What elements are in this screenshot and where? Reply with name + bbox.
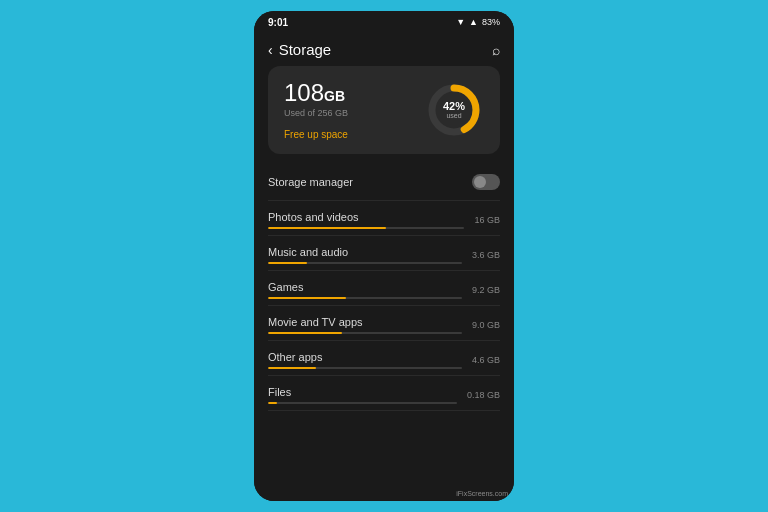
row-left: Games <box>268 281 462 299</box>
toggle-thumb <box>474 176 486 188</box>
donut-used-label: used <box>443 112 465 119</box>
row-bar <box>268 297 462 299</box>
row-bar <box>268 332 462 334</box>
back-button[interactable]: ‹ <box>268 42 273 58</box>
storage-number: 108 <box>284 79 324 106</box>
storage-manager-label: Storage manager <box>268 176 353 188</box>
storage-item-row[interactable]: Other apps 4.6 GB <box>268 341 500 376</box>
status-bar: 9:01 ▼ ▲ 83% <box>254 11 514 33</box>
row-label: Files <box>268 386 457 398</box>
storage-info: 108GB Used of 256 GB Free up space <box>284 81 348 140</box>
main-content: 108GB Used of 256 GB Free up space 42% u… <box>254 66 514 501</box>
row-bar <box>268 227 464 229</box>
storage-items-list: Photos and videos 16 GB Music and audio … <box>268 201 500 411</box>
signal-icon: ▼ <box>456 17 465 27</box>
row-left: Files <box>268 386 457 404</box>
row-label: Movie and TV apps <box>268 316 462 328</box>
page-title: Storage <box>279 41 332 58</box>
storage-amount: 108GB <box>284 81 348 105</box>
donut-label: 42% used <box>443 101 465 119</box>
row-left: Movie and TV apps <box>268 316 462 334</box>
storage-unit: GB <box>324 88 345 104</box>
storage-manager-toggle[interactable] <box>472 174 500 190</box>
row-size: 4.6 GB <box>472 355 500 365</box>
header-left: ‹ Storage <box>268 41 331 58</box>
storage-of-label: Used of 256 GB <box>284 108 348 118</box>
storage-item-row[interactable]: Photos and videos 16 GB <box>268 201 500 236</box>
wifi-icon: ▲ <box>469 17 478 27</box>
storage-donut-chart: 42% used <box>424 80 484 140</box>
storage-item-row[interactable]: Files 0.18 GB <box>268 376 500 411</box>
row-label: Music and audio <box>268 246 462 258</box>
row-bar-fill <box>268 367 316 369</box>
storage-summary-card: 108GB Used of 256 GB Free up space 42% u… <box>268 66 500 154</box>
row-size: 9.0 GB <box>472 320 500 330</box>
row-size: 3.6 GB <box>472 250 500 260</box>
phone-frame: 9:01 ▼ ▲ 83% ‹ Storage ⌕ 108GB Used of 2… <box>254 11 514 501</box>
search-icon[interactable]: ⌕ <box>492 42 500 58</box>
row-bar-fill <box>268 262 307 264</box>
row-bar <box>268 367 462 369</box>
row-bar-fill <box>268 332 342 334</box>
free-up-link[interactable]: Free up space <box>284 129 348 140</box>
row-size: 9.2 GB <box>472 285 500 295</box>
row-label: Games <box>268 281 462 293</box>
row-bar <box>268 262 462 264</box>
row-size: 16 GB <box>474 215 500 225</box>
row-bar-fill <box>268 227 386 229</box>
storage-item-row[interactable]: Music and audio 3.6 GB <box>268 236 500 271</box>
storage-manager-row: Storage manager <box>268 164 500 201</box>
row-label: Photos and videos <box>268 211 464 223</box>
row-left: Other apps <box>268 351 462 369</box>
donut-percent: 42% <box>443 101 465 112</box>
status-icons: ▼ ▲ 83% <box>456 17 500 27</box>
row-left: Photos and videos <box>268 211 464 229</box>
status-time: 9:01 <box>268 17 288 28</box>
storage-item-row[interactable]: Movie and TV apps 9.0 GB <box>268 306 500 341</box>
row-size: 0.18 GB <box>467 390 500 400</box>
row-left: Music and audio <box>268 246 462 264</box>
row-bar <box>268 402 457 404</box>
watermark: iFixScreens.com <box>456 490 508 497</box>
storage-item-row[interactable]: Games 9.2 GB <box>268 271 500 306</box>
row-bar-fill <box>268 297 346 299</box>
header: ‹ Storage ⌕ <box>254 33 514 66</box>
row-bar-fill <box>268 402 277 404</box>
battery-text: 83% <box>482 17 500 27</box>
row-label: Other apps <box>268 351 462 363</box>
